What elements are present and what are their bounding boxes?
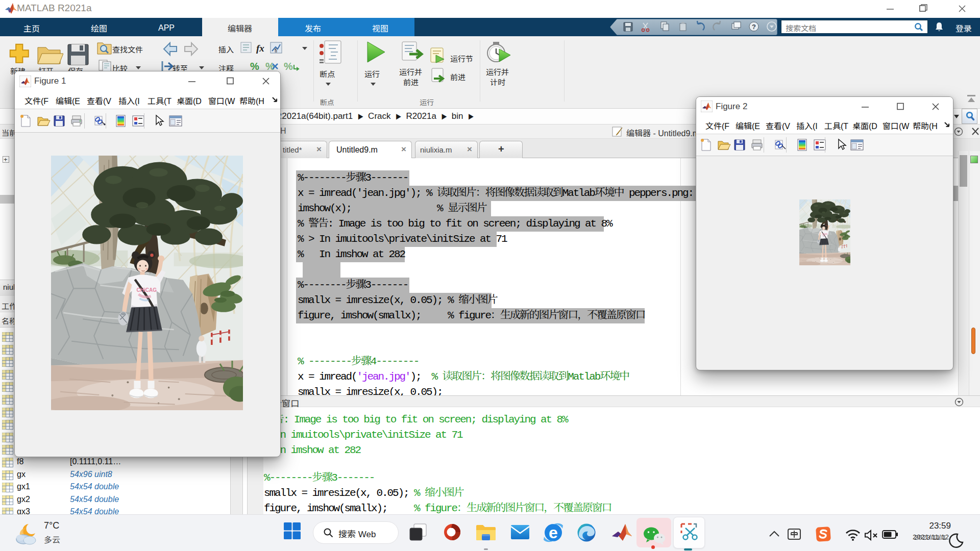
svg-text:%: % — [284, 61, 293, 72]
svg-text:fx: fx — [256, 43, 264, 54]
svg-text:%: % — [250, 61, 259, 72]
svg-text:fi: fi — [275, 48, 277, 54]
svg-text:e: e — [549, 523, 558, 542]
svg-text:%: % — [265, 61, 275, 72]
svg-text:?: ? — [752, 23, 756, 31]
